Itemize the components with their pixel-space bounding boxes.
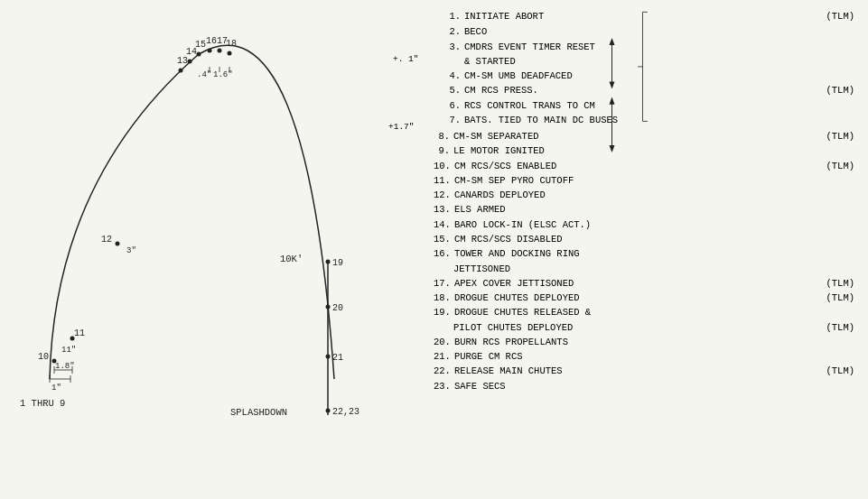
event-text-11: CM-SM SEP PYRO CUTOFF xyxy=(454,173,814,188)
svg-point-36 xyxy=(326,305,331,310)
event-text-16-cont: JETTISONED xyxy=(453,262,814,276)
event-num-17: 17. xyxy=(434,276,454,291)
event-num-18: 18. xyxy=(434,291,454,305)
svg-text:1.8": 1.8" xyxy=(55,362,75,371)
event-text-23: SAFE SECS xyxy=(454,379,814,393)
svg-point-14 xyxy=(116,242,120,246)
trajectory-diagram: 10 11 1 THRU 9 1" 1.8" 11" 12 3" 13 14 1… xyxy=(0,0,415,499)
svg-point-19 xyxy=(188,60,192,64)
event-num-21: 21. xyxy=(434,349,454,364)
svg-point-40 xyxy=(326,409,331,413)
event-num-13: 13. xyxy=(434,202,454,217)
svg-marker-47 xyxy=(609,97,614,105)
svg-text:18: 18 xyxy=(226,39,237,49)
one-thru-nine-label: 1 THRU 9 xyxy=(20,398,65,409)
svg-text:11": 11" xyxy=(61,346,76,355)
svg-point-25 xyxy=(218,49,222,53)
event-text-10: CM RCS/SCS ENABLED xyxy=(454,159,814,173)
event-num-15: 15. xyxy=(434,232,454,246)
event-num-23: 23. xyxy=(434,379,454,393)
svg-point-27 xyxy=(228,51,232,56)
svg-text:22,23: 22,23 xyxy=(332,407,359,417)
event-tlm-19: (TLM) xyxy=(814,320,859,335)
event-text-13: ELS ARMED xyxy=(454,202,814,217)
event-text-15: CM RCS/SCS DISABLED xyxy=(454,232,814,246)
event-num-14: 14. xyxy=(434,217,454,232)
svg-point-17 xyxy=(179,69,183,73)
svg-text:13: 13 xyxy=(177,56,188,66)
svg-text:19: 19 xyxy=(332,258,343,268)
event-num-19: 19. xyxy=(434,305,454,319)
svg-text:10: 10 xyxy=(38,352,49,362)
svg-point-23 xyxy=(208,49,212,53)
svg-point-21 xyxy=(197,52,201,57)
svg-text:12: 12 xyxy=(101,235,112,245)
svg-text:1": 1" xyxy=(51,383,61,393)
ten-k-label: 10K' xyxy=(280,254,303,264)
event-text-16: TOWER AND DOCKING RING xyxy=(454,246,814,261)
svg-text:16: 16 xyxy=(206,36,217,46)
splashdown-label: SPLASHDOWN xyxy=(230,407,287,418)
event-text-18: DROGUE CHUTES DEPLOYED xyxy=(454,291,814,305)
svg-marker-45 xyxy=(609,81,614,88)
event-text-22: RELEASE MAIN CHUTES xyxy=(454,364,814,378)
event-num-11: 11. xyxy=(434,173,454,188)
event-text-14: BARO LOCK-IN (ELSC ACT.) xyxy=(454,217,814,232)
svg-marker-44 xyxy=(609,38,614,45)
event-tlm-18: (TLM) xyxy=(814,291,859,305)
event-tlm-17: (TLM) xyxy=(814,276,859,291)
event-text-19-cont: PILOT CHUTES DEPLOYED xyxy=(453,320,814,335)
event-text-12: CANARDS DEPLOYED xyxy=(454,188,814,202)
event-num-12: 12. xyxy=(434,188,454,202)
events-list: +. 1" +1.7" 1. INITIATE ABORT (TLM) 2. B… xyxy=(415,0,868,499)
event-tlm-10: (TLM) xyxy=(814,159,859,173)
event-num-22: 22. xyxy=(434,364,454,378)
svg-text:3": 3" xyxy=(126,246,136,255)
event-num-10: 10. xyxy=(434,159,454,173)
event-text-19: DROGUE CHUTES RELEASED & xyxy=(454,305,814,319)
event-num-16: 16. xyxy=(434,246,454,261)
svg-text:11: 11 xyxy=(74,328,85,338)
event-text-20: BURN RCS PROPELLANTS xyxy=(454,335,814,349)
svg-text:15: 15 xyxy=(195,40,206,50)
svg-marker-48 xyxy=(609,145,614,152)
event-tlm-22: (TLM) xyxy=(814,364,859,378)
svg-point-34 xyxy=(326,260,331,264)
svg-text:21: 21 xyxy=(332,353,343,363)
event-num-20: 20. xyxy=(434,335,454,349)
event-text-21: PURGE CM RCS xyxy=(454,349,814,364)
svg-text:20: 20 xyxy=(332,303,343,313)
svg-point-38 xyxy=(326,355,331,359)
event-text-17: APEX COVER JETTISONED xyxy=(454,276,814,291)
